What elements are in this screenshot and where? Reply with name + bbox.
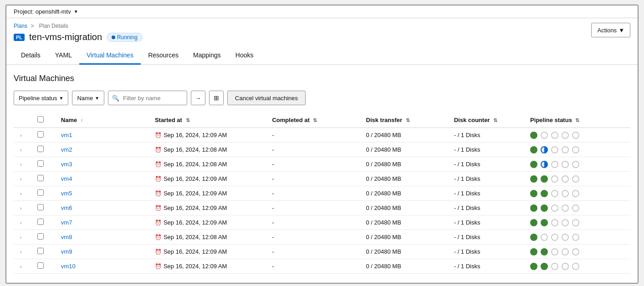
started-sort-icon: ⇅ <box>186 117 190 123</box>
tab-resources[interactable]: Resources <box>141 47 186 65</box>
project-dropdown-icon[interactable]: ▼ <box>74 9 78 14</box>
search-arrow-button[interactable]: → <box>191 91 205 105</box>
top-bar: Project: openshift-mtv ▼ <box>6 5 638 18</box>
th-completed-at[interactable]: Completed at ⇅ <box>266 112 360 128</box>
breadcrumb-plans-link[interactable]: Plans <box>14 23 27 29</box>
expand-row-button[interactable]: › <box>19 220 22 226</box>
expand-row-button[interactable]: › <box>19 190 22 197</box>
expand-row-button[interactable]: › <box>19 234 22 241</box>
plan-title: ten-vms-migration <box>29 32 102 42</box>
pipeline-status-value <box>525 230 630 245</box>
tab-details[interactable]: Details <box>14 47 48 65</box>
th-pipeline-label: Pipeline status <box>530 117 572 123</box>
pipeline-circle-3 <box>562 234 569 241</box>
completed-at-value: - <box>266 245 360 259</box>
tab-mappings[interactable]: Mappings <box>186 47 228 65</box>
filter-row: Pipeline status ▼ Name ▼ 🔍 → ⊞ Cancel vi… <box>14 91 630 105</box>
pipeline-circle-4 <box>572 132 579 139</box>
tab-virtual-machines[interactable]: Virtual Machines <box>79 47 141 65</box>
row-checkbox[interactable] <box>37 175 44 181</box>
expand-row-button[interactable]: › <box>19 249 22 255</box>
pipeline-status-chevron-icon: ▼ <box>59 96 64 101</box>
expand-row-button[interactable]: › <box>19 176 22 183</box>
disk-counter-value: - / 1 Disks <box>449 157 525 172</box>
clock-icon: ⏰ <box>155 234 162 240</box>
th-disk-counter[interactable]: Disk counter ⇅ <box>449 112 525 128</box>
pipeline-circle-4 <box>572 146 579 153</box>
grid-view-button[interactable]: ⊞ <box>209 91 224 105</box>
tab-hooks[interactable]: Hooks <box>228 47 261 65</box>
pipeline-circle-1 <box>541 132 548 139</box>
row-checkbox[interactable] <box>37 131 44 138</box>
th-name[interactable]: Name ↑ <box>56 112 149 128</box>
cancel-virtual-machines-button[interactable]: Cancel virtual machines <box>227 91 306 105</box>
vm-name[interactable]: vm3 <box>61 161 72 168</box>
vm-name[interactable]: vm6 <box>61 204 72 211</box>
vm-name[interactable]: vm9 <box>61 248 72 255</box>
vm-name[interactable]: vm7 <box>61 219 72 226</box>
row-checkbox[interactable] <box>37 233 44 240</box>
row-checkbox[interactable] <box>37 146 44 152</box>
vm-name[interactable]: vm4 <box>61 175 72 182</box>
expand-row-button[interactable]: › <box>19 263 22 270</box>
row-checkbox[interactable] <box>37 262 44 269</box>
th-name-label: Name <box>61 117 77 123</box>
pipeline-status-value <box>525 186 630 201</box>
pipeline-circle-0 <box>530 263 537 270</box>
pipeline-status-label: Pipeline status <box>19 95 57 102</box>
row-checkbox[interactable] <box>37 160 44 167</box>
pipeline-circle-3 <box>562 190 569 197</box>
th-disk-transfer[interactable]: Disk transfer ⇅ <box>361 112 449 128</box>
row-checkbox[interactable] <box>37 219 44 225</box>
pipeline-status-value <box>525 143 630 157</box>
arrow-icon: → <box>195 95 201 102</box>
vm-name[interactable]: vm5 <box>61 190 72 197</box>
completed-at-value: - <box>266 172 360 186</box>
pipeline-circle-0 <box>530 190 537 197</box>
row-checkbox[interactable] <box>37 189 44 196</box>
disk-transfer-sort-icon: ⇅ <box>406 117 410 123</box>
disk-transfer-value: 0 / 20480 MB <box>361 259 449 274</box>
search-input[interactable] <box>123 93 187 103</box>
pipeline-circle-3 <box>562 219 569 226</box>
disk-transfer-value: 0 / 20480 MB <box>361 157 449 172</box>
disk-transfer-value: 0 / 20480 MB <box>361 172 449 186</box>
disk-counter-value: - / 1 Disks <box>449 186 525 201</box>
vm-name[interactable]: vm1 <box>61 132 72 138</box>
actions-button[interactable]: Actions ▼ <box>591 23 630 37</box>
table-row: ›vm6⏰Sep 16, 2024, 12:09 AM-0 / 20480 MB… <box>14 201 630 215</box>
tab-yaml[interactable]: YAML <box>48 47 79 65</box>
vm-name[interactable]: vm10 <box>61 263 76 270</box>
started-at-value: ⏰Sep 16, 2024, 12:09 AM <box>155 204 261 211</box>
pipeline-circle-3 <box>562 248 569 255</box>
row-checkbox[interactable] <box>37 204 44 210</box>
plan-badge: PL <box>14 34 25 41</box>
vm-name[interactable]: vm2 <box>61 146 72 153</box>
name-filter[interactable]: Name ▼ <box>72 91 104 105</box>
started-at-value: ⏰Sep 16, 2024, 12:09 AM <box>155 132 261 138</box>
pipeline-status-filter[interactable]: Pipeline status ▼ <box>14 91 68 105</box>
expand-row-button[interactable]: › <box>19 147 22 153</box>
expand-row-button[interactable]: › <box>19 132 22 139</box>
expand-row-button[interactable]: › <box>19 161 22 168</box>
select-all-checkbox[interactable] <box>37 116 44 123</box>
row-checkbox[interactable] <box>37 248 44 254</box>
pipeline-circle-3 <box>562 204 569 212</box>
vm-name[interactable]: vm8 <box>61 234 72 240</box>
pipeline-circle-3 <box>562 146 569 153</box>
clock-icon: ⏰ <box>155 205 162 211</box>
th-pipeline-status[interactable]: Pipeline status ⇅ <box>525 112 630 128</box>
th-expand <box>14 112 32 128</box>
pipeline-circle-3 <box>562 132 569 139</box>
th-started-at[interactable]: Started at ⇅ <box>149 112 267 128</box>
started-at-value: ⏰Sep 16, 2024, 12:09 AM <box>155 190 261 197</box>
pipeline-circle-0 <box>530 161 537 168</box>
disk-counter-sort-icon: ⇅ <box>493 117 497 123</box>
table-header-row: Name ↑ Started at ⇅ Completed at ⇅ Disk … <box>14 112 630 128</box>
running-spinner-icon <box>112 36 115 39</box>
clock-icon: ⏰ <box>155 220 162 226</box>
expand-row-button[interactable]: › <box>19 205 22 212</box>
table-row: ›vm3⏰Sep 16, 2024, 12:08 AM-0 / 20480 MB… <box>14 157 630 172</box>
pipeline-circle-1 <box>541 175 548 183</box>
disk-counter-value: - / 1 Disks <box>449 172 525 186</box>
